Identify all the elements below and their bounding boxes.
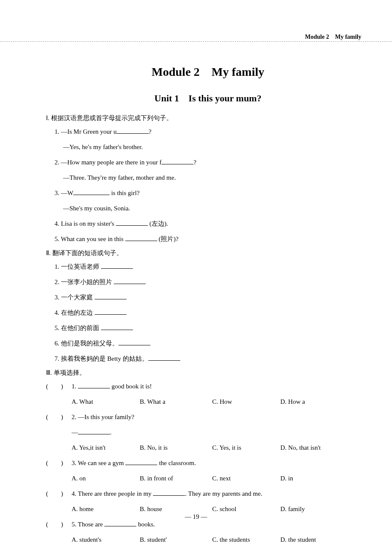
text: — [72, 429, 78, 436]
blank [116, 220, 148, 226]
s2-item6: 6. 他们是我的祖父母。 [46, 338, 370, 348]
text: is this girl? [110, 190, 139, 196]
opt-c: C. next [212, 473, 280, 483]
blank [114, 278, 146, 284]
blank [101, 324, 133, 330]
blank [148, 355, 180, 361]
blank [73, 189, 110, 195]
text: the classroom. [157, 460, 196, 466]
opt-b: B. house [140, 504, 212, 514]
opt-b: B. student' [140, 535, 212, 545]
s3-q2-opts: A. Yes,it isn't B. No, it is C. Yes, it … [46, 443, 370, 453]
s1-q2-line1: 2. —How many people are there in your f? [46, 157, 370, 167]
s2-item4: 4. 在他的左边 [46, 307, 370, 318]
s1-q3-line1: 3. —W is this girl? [46, 188, 370, 198]
blank [104, 520, 136, 526]
opt-a: A. What [72, 397, 140, 407]
s3-q3-opts: A. on B. in front of C. next D. in [46, 473, 370, 483]
text: 4. There are three people in my [72, 490, 153, 497]
opt-c: C. Yes, it is [212, 443, 280, 453]
answer-paren: ( ) [46, 519, 72, 529]
text: 4. Lisa is on my sister's [55, 220, 116, 227]
text: (照片)? [157, 236, 179, 242]
opt-d: D. No, that isn't [280, 443, 370, 453]
stem: 2. —Is this your family? [72, 412, 370, 422]
s1-q3-line2: —She's my cousin, Sonia. [46, 203, 370, 213]
s3-q4: ( ) 4. There are three people in my . Th… [46, 489, 370, 499]
blank [78, 428, 110, 434]
s2-item3: 3. 一个大家庭 [46, 292, 370, 302]
text: . They are my parents and me. [185, 490, 262, 497]
stem: 4. There are three people in my . They a… [72, 489, 370, 499]
s3-q2-sub: —. [46, 427, 370, 437]
section2-header: Ⅱ. 翻译下面的短语或句子。 [46, 249, 370, 257]
stem: 1. good book it is! [72, 381, 370, 391]
page-header-breadcrumb: Module 2 My family [305, 33, 361, 41]
module-title: Module 2 My family [46, 64, 370, 80]
blank [78, 382, 110, 388]
opt-a: A. on [72, 473, 140, 483]
header-divider [0, 41, 392, 42]
opt-c: C. school [212, 504, 280, 514]
text: ? [193, 159, 196, 166]
section3-header: Ⅲ. 单项选择。 [46, 369, 370, 377]
text: (左边). [148, 220, 168, 227]
s1-q1-line1: 1. —Is Mr Green your u? [46, 126, 370, 137]
s1-q5: 5. What can you see in this (照片)? [46, 234, 370, 244]
spacer [46, 427, 72, 437]
text: 2. 一张李小姐的照片 [55, 279, 114, 285]
answer-paren: ( ) [46, 458, 72, 468]
section1-header: Ⅰ. 根据汉语意思或首字母提示完成下列句子。 [46, 114, 370, 122]
answer-paren: ( ) [46, 412, 72, 422]
text: 7. 挨着我爸妈的是 Betty 的姑姑。 [55, 355, 148, 362]
text: 3. 一个大家庭 [55, 294, 95, 301]
s3-q2: ( ) 2. —Is this your family? [46, 412, 370, 422]
text: 3. We can see a gym [72, 460, 125, 466]
s3-q5-opts: A. student's B. student' C. the students… [46, 535, 370, 545]
page-content: Module 2 My family Unit 1 Is this your m… [46, 64, 370, 546]
text: 1. [72, 383, 78, 390]
s2-item1: 1. 一位英语老师 [46, 262, 370, 272]
unit-title: Unit 1 Is this your mum? [46, 92, 370, 105]
blank [125, 459, 157, 465]
s1-q4: 4. Lisa is on my sister's (左边). [46, 218, 370, 229]
text: 1. 一位英语老师 [55, 263, 101, 270]
s1-q1-line2: —Yes, he's my father's brother. [46, 142, 370, 152]
blank [161, 158, 193, 164]
stem: 3. We can see a gym the classroom. [72, 458, 370, 468]
text: ? [149, 128, 152, 135]
text: 1. —Is Mr Green your u [55, 128, 117, 135]
blank [118, 339, 150, 345]
opt-a: A. student's [72, 535, 140, 545]
opt-c: C. the students [212, 535, 280, 545]
answer-paren: ( ) [46, 489, 72, 499]
text: 3. —W [55, 190, 73, 196]
opt-d: D. family [280, 504, 370, 514]
s1-q2-line2: —Three. They're my father, mother and me… [46, 172, 370, 183]
s2-item5: 5. 在他们的前面 [46, 323, 370, 333]
opt-d: D. How a [280, 397, 370, 407]
blank [125, 235, 157, 241]
opt-b: B. What a [140, 397, 212, 407]
text: books. [136, 521, 155, 528]
answer-paren: ( ) [46, 381, 72, 391]
text: 2. —How many people are there in your f [55, 159, 161, 166]
s3-q3: ( ) 3. We can see a gym the classroom. [46, 458, 370, 468]
stem: 5. Those are books. [72, 519, 370, 529]
s3-q5: ( ) 5. Those are books. [46, 519, 370, 529]
opt-a: A. Yes,it isn't [72, 443, 140, 453]
s2-item2: 2. 一张李小姐的照片 [46, 277, 370, 287]
s3-q1-opts: A. What B. What a C. How D. How a [46, 397, 370, 407]
page-number: — 19 — [0, 513, 392, 520]
text: good book it is! [110, 383, 152, 390]
s3-q4-opts: A. home B. house C. school D. family [46, 504, 370, 514]
text: 4. 在他的左边 [55, 309, 95, 316]
opt-c: C. How [212, 397, 280, 407]
opt-d: D. the student [280, 535, 370, 545]
blank [95, 309, 127, 315]
blank [101, 263, 133, 269]
stem-sub: —. [72, 427, 370, 437]
blank [117, 128, 149, 134]
opt-b: B. No, it is [140, 443, 212, 453]
s2-item7: 7. 挨着我爸妈的是 Betty 的姑姑。 [46, 353, 370, 364]
